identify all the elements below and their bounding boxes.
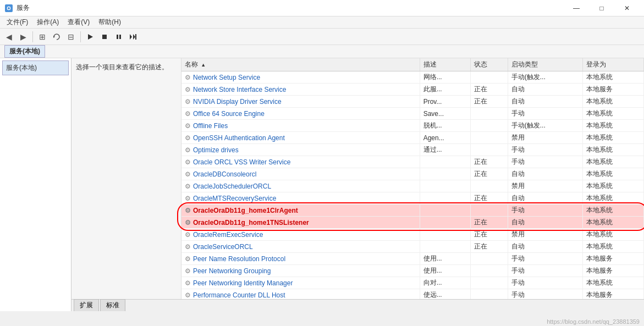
description-prompt: 选择一个项目来查看它的描述。 (76, 63, 168, 71)
table-row[interactable]: ⚙OracleDBConsoleorcl正在自动本地系统 (181, 168, 644, 180)
table-row[interactable]: ⚙Performance Counter DLL Host使远...手动本地服务 (181, 289, 644, 300)
service-startup: 自动 (508, 217, 582, 229)
table-row[interactable]: ⚙Offline Files脱机...手动(触发...本地系统 (181, 120, 644, 132)
restart-icon (129, 34, 137, 40)
service-name: ⚙Peer Networking Identity Manager (185, 279, 416, 287)
service-name: ⚙Offline Files (185, 122, 416, 130)
service-name: ⚙OracleServiceORCL (185, 243, 416, 251)
gear-icon: ⚙ (185, 195, 191, 202)
svg-rect-5 (102, 35, 107, 39)
gear-icon: ⚙ (185, 219, 191, 226)
service-logon: 本地系统 (583, 217, 644, 229)
table-row[interactable]: ⚙Optimize drives通过...手动本地系统 (181, 144, 644, 156)
service-name: ⚙OracleRemExecService (185, 231, 416, 239)
menu-file[interactable]: 文件(F) (2, 16, 32, 28)
svg-marker-9 (133, 34, 135, 40)
toolbar-sep1 (32, 31, 33, 42)
service-logon: 本地系统 (583, 132, 644, 144)
prop-button[interactable]: ⊟ (64, 30, 78, 43)
sidebar-item-local[interactable]: 服务(本地) (2, 60, 69, 75)
service-name: ⚙NVIDIA Display Driver Service (185, 98, 416, 106)
pause-button[interactable] (112, 30, 125, 43)
gear-icon: ⚙ (185, 183, 191, 190)
tab-standard[interactable]: 标准 (100, 299, 125, 311)
table-wrapper[interactable]: 名称 ▲ 描述 状态 启动类型 登录为 ⚙Network Setup Servi… (181, 58, 644, 299)
service-logon: 本地服务 (583, 289, 644, 300)
service-name: ⚙Oracle ORCL VSS Writer Service (185, 158, 416, 166)
pause-icon (115, 34, 122, 40)
service-startup: 自动 (508, 241, 582, 253)
maximize-button[interactable]: □ (589, 0, 614, 16)
stop-button[interactable] (98, 30, 111, 43)
table-row[interactable]: ⚙Office 64 Source EngineSave...手动本地系统 (181, 108, 644, 120)
table-row[interactable]: ⚙Network Setup Service网络...手动(触发...本地系统 (181, 71, 644, 84)
service-desc (420, 241, 471, 253)
service-logon: 本地服务 (583, 253, 644, 265)
service-desc (420, 229, 471, 241)
service-desc: 网络... (420, 71, 471, 84)
minimize-button[interactable]: — (564, 0, 589, 16)
table-row[interactable]: ⚙Peer Name Resolution Protocol使用...手动本地服… (181, 253, 644, 265)
service-desc (420, 205, 471, 217)
sort-icon: ▲ (201, 62, 206, 68)
col-desc[interactable]: 描述 (420, 58, 471, 71)
service-name: ⚙Performance Counter DLL Host (185, 291, 416, 299)
table-row[interactable]: ⚙OracleOraDb11g_home1TNSListener正在自动本地系统 (181, 217, 644, 229)
table-row[interactable]: ⚙Peer Networking Grouping使用...手动本地服务 (181, 265, 644, 277)
service-name: ⚙OracleJobSchedulerORCL (185, 183, 416, 190)
table-row[interactable]: ⚙OracleJobSchedulerORCL禁用本地系统 (181, 180, 644, 192)
menu-action[interactable]: 操作(A) (32, 16, 63, 28)
app-icon (4, 4, 13, 13)
service-status (471, 277, 508, 289)
service-logon: 本地系统 (583, 156, 644, 168)
left-panel: 选择一个项目来查看它的描述。 (71, 58, 181, 299)
close-button[interactable]: ✕ (614, 0, 640, 16)
restart-button[interactable] (126, 30, 140, 43)
service-name: ⚙OracleDBConsoleorcl (185, 170, 416, 178)
play-button[interactable] (84, 30, 97, 43)
service-startup: 禁用 (508, 229, 582, 241)
back-button[interactable]: ◀ (2, 30, 15, 43)
table-row[interactable]: ⚙OracleServiceORCL正在自动本地系统 (181, 241, 644, 253)
window-title: 服务 (16, 3, 30, 13)
service-logon: 本地系统 (583, 180, 644, 192)
tab-expand[interactable]: 扩展 (74, 299, 99, 311)
table-row[interactable]: ⚙NVIDIA Display Driver ServiceProv...正在自… (181, 96, 644, 108)
table-row[interactable]: ⚙OracleMTSRecoveryService正在自动本地系统 (181, 192, 644, 205)
service-startup: 手动 (508, 205, 582, 217)
col-name[interactable]: 名称 ▲ (181, 58, 420, 71)
service-logon: 本地系统 (583, 229, 644, 241)
service-startup: 手动 (508, 289, 582, 300)
svg-rect-7 (119, 35, 121, 39)
service-status (471, 108, 508, 120)
service-status: 正在 (471, 156, 508, 168)
stop-icon (101, 34, 108, 40)
address-label: 服务(本地) (4, 45, 45, 58)
service-logon: 本地系统 (583, 120, 644, 132)
forward-button[interactable]: ▶ (16, 30, 30, 43)
table-row[interactable]: ⚙OpenSSH Authentication AgentAgen...禁用本地… (181, 132, 644, 144)
services-table: 名称 ▲ 描述 状态 启动类型 登录为 ⚙Network Setup Servi… (181, 58, 644, 299)
service-status: 正在 (471, 84, 508, 96)
service-desc: 使用... (420, 253, 471, 265)
menu-view[interactable]: 查看(V) (63, 16, 94, 28)
menu-help[interactable]: 帮助(H) (94, 16, 125, 28)
service-name: ⚙Network Store Interface Service (185, 86, 416, 93)
col-startup[interactable]: 启动类型 (508, 58, 582, 71)
service-name: ⚙OracleMTSRecoveryService (185, 195, 416, 202)
service-desc (420, 217, 471, 229)
show-hide-button[interactable]: ⊞ (36, 30, 49, 43)
table-row[interactable]: ⚙Oracle ORCL VSS Writer Service正在手动本地系统 (181, 156, 644, 168)
table-row[interactable]: ⚙Network Store Interface Service此服...正在自… (181, 84, 644, 96)
service-desc (420, 168, 471, 180)
service-name: ⚙Peer Networking Grouping (185, 267, 416, 275)
gear-icon: ⚙ (185, 207, 191, 214)
table-row[interactable]: ⚙OracleOraDb11g_home1ClrAgent手动本地系统 (181, 205, 644, 217)
service-status (471, 289, 508, 300)
gear-icon: ⚙ (185, 74, 191, 81)
table-row[interactable]: ⚙Peer Networking Identity Manager向对...手动… (181, 277, 644, 289)
table-row[interactable]: ⚙OracleRemExecService正在禁用本地系统 (181, 229, 644, 241)
refresh-button[interactable] (50, 30, 63, 43)
col-status[interactable]: 状态 (471, 58, 508, 71)
col-logon[interactable]: 登录为 (583, 58, 644, 71)
